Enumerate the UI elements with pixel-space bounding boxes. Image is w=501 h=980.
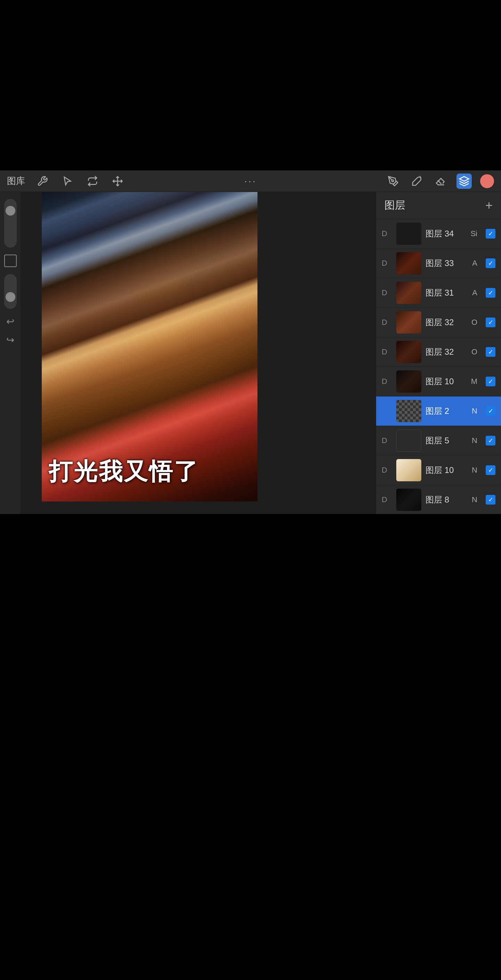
canvas-frame: 打光我又悟了 — [42, 192, 257, 501]
smudge-tool-icon[interactable] — [409, 173, 424, 189]
wrench-icon[interactable] — [35, 173, 50, 189]
layer-row-32b[interactable]: D 图层 32 O — [376, 337, 501, 367]
layer-name-33: 图层 33 — [426, 258, 454, 268]
layer-thumb-10a — [396, 371, 421, 393]
layer-visibility-32b[interactable] — [486, 347, 495, 357]
layer-prefix-10b: D — [382, 466, 392, 475]
layer-mode-5: N — [472, 436, 477, 445]
layer-visibility-34[interactable] — [486, 229, 495, 239]
layer-row-10b[interactable]: D 图层 10 N — [376, 456, 501, 485]
toolbar-right — [386, 173, 494, 189]
layer-info-33: 图层 33 — [426, 258, 468, 269]
layer-mode-2: N — [472, 407, 477, 415]
canvas-subtitle-text: 打光我又悟了 — [49, 456, 199, 488]
layer-row-32a[interactable]: D 图层 32 O — [376, 308, 501, 337]
layer-mode-10a: M — [471, 377, 477, 386]
pen-tool-icon[interactable] — [386, 173, 401, 189]
layer-name-32a: 图层 32 — [426, 318, 454, 327]
canvas-bg-gradient — [42, 192, 257, 501]
layer-thumb-5 — [396, 430, 421, 452]
layer-name-10b: 图层 10 — [426, 465, 454, 475]
layer-prefix-10a: D — [382, 377, 392, 386]
layer-name-10a: 图层 10 — [426, 377, 454, 386]
layer-prefix-32a: D — [382, 318, 392, 327]
layer-mode-34: Si — [471, 229, 477, 238]
layer-mode-10b: N — [472, 466, 477, 475]
left-sidebar: ↩ ↪ — [0, 192, 21, 515]
toolbar: 图库 — [0, 170, 501, 192]
redo-button[interactable]: ↪ — [6, 334, 14, 346]
layer-mode-31: A — [472, 288, 477, 298]
layer-info-32b: 图层 32 — [426, 346, 467, 358]
toolbar-center: ··· — [244, 176, 257, 187]
layer-thumb-34 — [396, 223, 421, 245]
layer-visibility-2[interactable] — [486, 406, 495, 416]
layer-info-5: 图层 5 — [426, 435, 467, 446]
layer-visibility-32a[interactable] — [486, 318, 495, 327]
layer-row-5[interactable]: D 图层 5 N — [376, 426, 501, 456]
layer-name-8: 图层 8 — [426, 495, 449, 504]
layer-prefix-33: D — [382, 259, 392, 268]
layer-thumb-32b — [396, 341, 421, 363]
layer-name-32b: 图层 32 — [426, 347, 454, 356]
brush-size-slider[interactable] — [4, 199, 17, 248]
layer-row-8[interactable]: D 图层 8 N — [376, 485, 501, 515]
color-picker-button[interactable] — [480, 174, 494, 188]
selection-icon[interactable] — [110, 173, 125, 189]
layer-row-34[interactable]: D 图层 34 Si — [376, 219, 501, 249]
layer-visibility-33[interactable] — [486, 258, 495, 268]
app-container: 图库 — [0, 170, 501, 515]
layers-panel-title: 图层 — [385, 198, 405, 213]
layer-row-10a[interactable]: D 图层 10 M — [376, 367, 501, 396]
layer-visibility-5[interactable] — [486, 436, 495, 445]
layer-thumb-10b — [396, 459, 421, 481]
layer-mode-8: N — [472, 495, 477, 504]
layers-header: 图层 + — [376, 192, 501, 219]
layer-prefix-8: D — [382, 495, 392, 504]
artwork-canvas — [42, 192, 257, 501]
selection-rect-tool[interactable] — [4, 255, 17, 267]
layer-thumb-31 — [396, 282, 421, 304]
svg-point-2 — [392, 180, 394, 181]
layer-name-5: 图层 5 — [426, 436, 449, 445]
undo-button[interactable]: ↩ — [6, 316, 14, 327]
layer-thumb-32a — [396, 311, 421, 334]
layer-row-33[interactable]: D 图层 33 A — [376, 249, 501, 278]
layer-thumb-33 — [396, 252, 421, 274]
layers-panel: 图层 + D 图层 34 Si D 图层 33 A — [376, 192, 501, 515]
layer-prefix-5: D — [382, 436, 392, 445]
layer-thumb-2 — [396, 400, 421, 422]
layer-info-2: 图层 2 — [426, 406, 467, 417]
layer-visibility-10a[interactable] — [486, 377, 495, 387]
layer-prefix-34: D — [382, 229, 392, 238]
layer-visibility-8[interactable] — [486, 495, 495, 504]
layer-info-10a: 图层 10 — [426, 376, 467, 387]
layer-info-10b: 图层 10 — [426, 465, 467, 476]
add-layer-button[interactable]: + — [485, 199, 493, 212]
layer-visibility-31[interactable] — [486, 288, 495, 298]
layer-thumb-8 — [396, 488, 421, 511]
cursor-icon[interactable] — [60, 173, 75, 189]
layer-row-31[interactable]: D 图层 31 A — [376, 278, 501, 308]
layers-tool-icon[interactable] — [456, 173, 472, 189]
layer-row-2[interactable]: 图层 2 N — [376, 396, 501, 426]
layer-name-34: 图层 34 — [426, 229, 454, 238]
black-bottom-region — [0, 514, 501, 980]
more-options-button[interactable]: ··· — [244, 176, 257, 186]
layer-mode-33: A — [472, 259, 477, 268]
layer-name-31: 图层 31 — [426, 288, 454, 298]
toolbar-left: 图库 — [7, 173, 125, 189]
transform-icon[interactable] — [85, 173, 100, 189]
gallery-button[interactable]: 图库 — [7, 175, 25, 187]
layer-info-32a: 图层 32 — [426, 317, 467, 328]
layer-info-31: 图层 31 — [426, 287, 468, 298]
black-top-region — [0, 0, 501, 170]
layer-prefix-31: D — [382, 288, 392, 298]
brush-opacity-slider[interactable] — [4, 274, 17, 309]
layer-info-34: 图层 34 — [426, 228, 466, 239]
layer-prefix-32b: D — [382, 347, 392, 356]
canvas-area[interactable]: 打光我又悟了 — [21, 192, 376, 515]
layer-mode-32b: O — [471, 347, 477, 356]
eraser-tool-icon[interactable] — [433, 173, 448, 189]
layer-visibility-10b[interactable] — [486, 465, 495, 475]
